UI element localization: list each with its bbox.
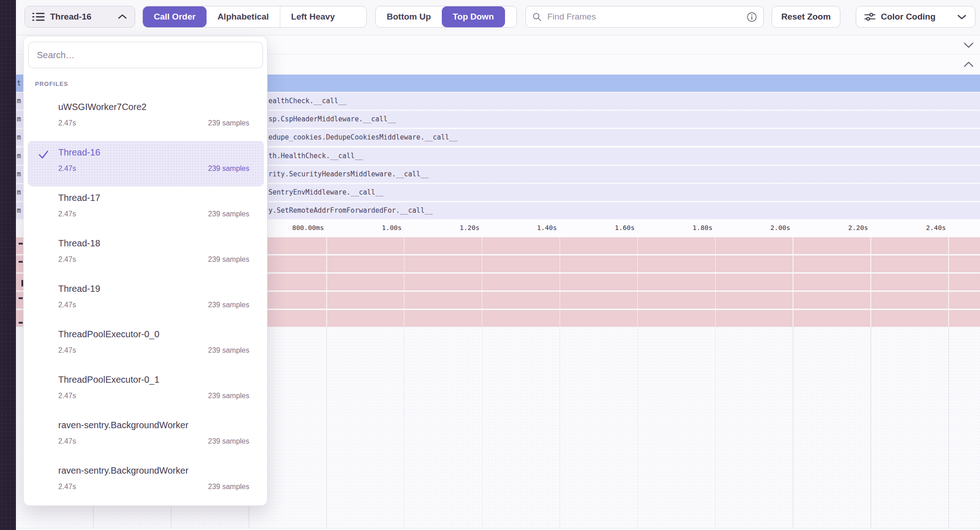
search-icon — [532, 12, 542, 22]
profile-sample-count: 239 samples — [208, 210, 249, 218]
profile-duration: 2.47s — [58, 165, 76, 173]
profiles-section-label: PROFILES — [35, 80, 68, 87]
app-side-rail — [0, 0, 16, 530]
check-icon — [37, 148, 50, 160]
profile-sample-count: 239 samples — [208, 165, 249, 173]
frame-name-fragment: y.SetRemoteAddrFromForwardedFor.__call__ — [268, 202, 433, 219]
time-axis-tick-label: 1.20s — [409, 224, 480, 231]
chevron-up-icon[interactable] — [963, 60, 975, 69]
profile-sample-count: 239 samples — [208, 346, 249, 355]
frame-name-fragment: t — [17, 75, 21, 92]
profile-name: raven-sentry.BackgroundWorker — [58, 420, 188, 430]
profile-duration: 2.47s — [58, 210, 76, 218]
thread-list-icon — [32, 12, 45, 22]
profile-duration: 2.47s — [58, 346, 76, 355]
profile-item-thread-17[interactable]: Thread-172.47s239 samples — [28, 186, 264, 232]
thread-search-input[interactable] — [28, 42, 263, 68]
reset-zoom-label: Reset Zoom — [781, 12, 831, 22]
profile-name: Thread-16 — [58, 147, 100, 158]
profile-item-thread-18[interactable]: Thread-182.47s239 samples — [28, 232, 264, 277]
profile-duration: 2.47s — [58, 437, 76, 445]
profile-name: Thread-18 — [58, 238, 100, 249]
frame-name-fragment: sp.CspHeaderMiddleware.__call__ — [268, 111, 396, 128]
profile-item-threadpoolexecutor-0-0[interactable]: ThreadPoolExecutor-0_02.47s239 samples — [28, 323, 264, 368]
canvas-bottom-divider — [16, 528, 980, 530]
segment-option-call-order[interactable]: Call Order — [143, 6, 207, 27]
frame-name-fragment: SentryEnvMiddleware.__call__ — [268, 184, 384, 201]
profile-sample-count: 239 samples — [208, 301, 249, 309]
segment-option-alphabetical[interactable]: Alphabetical — [207, 6, 280, 27]
profile-name: Thread-17 — [58, 193, 100, 203]
segment-option-bottom-up[interactable]: Bottom Up — [376, 6, 442, 27]
profile-duration: 2.47s — [58, 255, 76, 264]
time-axis-tick-label: 1.40s — [487, 224, 557, 231]
frame-name-fragment: m — [17, 202, 21, 219]
profile-sample-count: 239 samples — [208, 392, 249, 400]
time-axis-tick-label: 2.40s — [876, 224, 946, 231]
frame-name-fragment: m — [17, 93, 21, 110]
thread-dropdown-panel: PROFILES uWSGIWorker7Core22.47s239 sampl… — [23, 36, 268, 506]
thread-selector-button[interactable]: Thread-16 — [25, 6, 135, 28]
thread-selector-label: Thread-16 — [50, 12, 112, 22]
profile-duration: 2.47s — [58, 392, 76, 400]
profile-name: Thread-19 — [58, 284, 100, 294]
frame-name-fragment: ealthCheck.__call__ — [268, 93, 347, 110]
flamegraph-toolbar: Thread-16 Call OrderAlphabeticalLeft Hea… — [16, 0, 980, 35]
sliders-icon — [864, 12, 875, 21]
color-coding-button[interactable]: Color Coding — [856, 6, 975, 28]
time-axis-tick-label: 2.20s — [798, 224, 868, 231]
find-frames-input[interactable] — [546, 11, 742, 22]
frame-name-fragment: m — [17, 148, 21, 165]
profile-name: raven-sentry.BackgroundWorker — [58, 465, 188, 476]
sort-order-segmented-control: Call OrderAlphabeticalLeft Heavy — [142, 6, 367, 28]
profiler-flamegraph-screen: t mealthCheck.__call__msp.CspHeaderMiddl… — [0, 0, 980, 530]
profile-item-raven-sentry-backgroundworker[interactable]: raven-sentry.BackgroundWorker2.47s239 sa… — [28, 414, 264, 459]
profile-name: uWSGIWorker7Core2 — [58, 102, 146, 112]
profile-item-raven-sentry-backgroundworker[interactable]: raven-sentry.BackgroundWorker2.47s239 sa… — [28, 459, 264, 505]
time-axis-tick-label: 1.60s — [565, 224, 635, 231]
frame-name-fragment: m — [17, 184, 21, 201]
profile-name: ThreadPoolExecutor-0_1 — [58, 375, 159, 385]
reset-zoom-button[interactable]: Reset Zoom — [772, 6, 840, 28]
profile-item-thread-16[interactable]: Thread-162.47s239 samples — [28, 141, 264, 186]
profile-item-uwsgiworker7core2[interactable]: uWSGIWorker7Core22.47s239 samples — [28, 95, 264, 141]
frame-name-fragment: m — [17, 166, 21, 183]
segment-option-left-heavy[interactable]: Left Heavy — [280, 6, 346, 27]
chevron-down-icon — [957, 13, 967, 20]
frame-name-fragment: m — [17, 129, 21, 146]
chevron-down-icon[interactable] — [963, 41, 975, 49]
profile-sample-count: 239 samples — [208, 255, 249, 264]
profile-name: ThreadPoolExecutor-0_0 — [58, 329, 159, 340]
find-frames-field[interactable] — [525, 6, 764, 28]
frame-name-fragment: edupe_cookies.DedupeCookiesMiddleware.__… — [268, 129, 457, 146]
profile-item-threadpoolexecutor-0-1[interactable]: ThreadPoolExecutor-0_12.47s239 samples — [28, 368, 264, 414]
profile-item-thread-19[interactable]: Thread-192.47s239 samples — [28, 277, 264, 323]
profile-sample-count: 239 samples — [208, 483, 249, 491]
time-axis-tick-label: 2.00s — [720, 224, 790, 231]
profile-duration: 2.47s — [58, 119, 76, 127]
time-axis-tick-label: 1.00s — [332, 224, 402, 231]
info-icon[interactable] — [747, 12, 757, 22]
frame-name-fragment: m — [17, 111, 21, 128]
view-direction-segmented-control: Bottom UpTop Down — [375, 6, 517, 28]
chevron-up-icon — [117, 13, 127, 20]
color-coding-label: Color Coding — [881, 12, 951, 22]
frame-name-fragment: th.HealthCheck.__call__ — [268, 148, 363, 165]
profile-duration: 2.47s — [58, 301, 76, 309]
profile-sample-count: 239 samples — [208, 119, 249, 127]
profile-sample-count: 239 samples — [208, 437, 249, 445]
segment-option-top-down[interactable]: Top Down — [442, 6, 505, 27]
frame-name-fragment: rity.SecurityHeadersMiddleware.__call__ — [268, 166, 429, 183]
profile-duration: 2.47s — [58, 483, 76, 491]
time-axis-tick-label: 1.80s — [642, 224, 712, 231]
